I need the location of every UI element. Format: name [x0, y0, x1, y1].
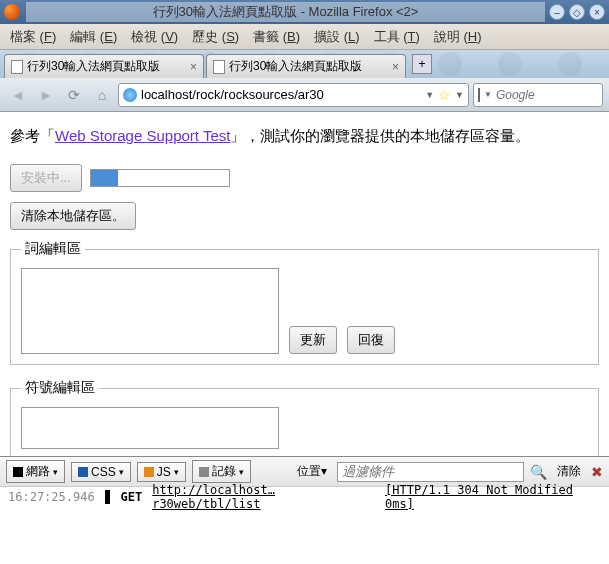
- minimize-button[interactable]: –: [549, 4, 565, 20]
- update-button[interactable]: 更新: [289, 326, 337, 354]
- dev-close-icon[interactable]: ✖: [591, 464, 603, 480]
- dev-filter-input[interactable]: [337, 462, 524, 482]
- menubar: 檔案 (F) 編輯 (E) 檢視 (V) 歷史 (S) 書籤 (B) 擴設 (L…: [0, 24, 609, 50]
- console-url[interactable]: http://localhost…r30web/tbl/list: [152, 483, 375, 511]
- bottom-padding: [0, 506, 609, 564]
- dev-clear-button[interactable]: 清除: [553, 463, 585, 480]
- symbol-editor-legend: 符號編輯區: [21, 379, 99, 397]
- tab-close-icon[interactable]: ×: [190, 60, 197, 74]
- console-line: 16:27:25.946 GET http://localhost…r30web…: [0, 486, 609, 506]
- tab-close-icon[interactable]: ×: [392, 60, 399, 74]
- tab-label: 行列30輸入法網頁點取版: [27, 58, 160, 75]
- navbar: ◄ ► ⟳ ⌂ ▼ ☆ ▼ ▼: [0, 78, 609, 112]
- menu-file[interactable]: 檔案 (F): [4, 26, 62, 48]
- console-status: [HTTP/1.1 304 Not Modified 0ms]: [385, 483, 601, 511]
- word-editor-section: 詞編輯區 更新 回復: [10, 240, 599, 365]
- dev-js-button[interactable]: JS▾: [137, 462, 186, 482]
- menu-view[interactable]: 檢視 (V): [125, 26, 184, 48]
- window-title: 行列30輸入法網頁點取版 - Mozilla Firefox <2>: [26, 2, 545, 22]
- menu-history[interactable]: 歷史 (S): [186, 26, 245, 48]
- chevron-down-icon: ▾: [53, 467, 58, 477]
- url-input[interactable]: [141, 87, 421, 102]
- symbol-editor-textarea[interactable]: [21, 407, 279, 449]
- search-icon[interactable]: 🔍: [530, 464, 547, 480]
- new-tab-button[interactable]: +: [412, 54, 432, 74]
- storage-test-link[interactable]: Web Storage Support Test: [55, 127, 230, 144]
- intro-text: 參考「Web Storage Support Test」，測試你的瀏覽器提供的本…: [10, 124, 599, 148]
- menu-bookmarks[interactable]: 書籤 (B): [247, 26, 306, 48]
- menu-edit[interactable]: 編輯 (E): [64, 26, 123, 48]
- google-icon: [478, 88, 480, 102]
- square-icon: [199, 467, 209, 477]
- menu-help[interactable]: 說明 (H): [428, 26, 488, 48]
- progress-bar: [91, 170, 119, 186]
- restore-button[interactable]: 回復: [347, 326, 395, 354]
- install-progress: [90, 169, 230, 187]
- dropdown-icon[interactable]: ▼: [455, 90, 464, 100]
- chevron-down-icon: ▾: [174, 467, 179, 477]
- square-icon: [78, 467, 88, 477]
- console-method: GET: [120, 490, 142, 504]
- chevron-down-icon: ▾: [119, 467, 124, 477]
- close-button[interactable]: ×: [589, 4, 605, 20]
- search-box[interactable]: ▼: [473, 83, 603, 107]
- menu-tools[interactable]: 工具 (T): [368, 26, 426, 48]
- dev-net-button[interactable]: 網路▾: [6, 460, 65, 483]
- install-button[interactable]: 安裝中...: [10, 164, 82, 192]
- devtools-toolbar: 網路▾ CSS▾ JS▾ 記錄▾ 位置▾ 🔍 清除 ✖: [0, 456, 609, 486]
- home-button[interactable]: ⌂: [90, 83, 114, 107]
- maximize-button[interactable]: ◇: [569, 4, 585, 20]
- firefox-icon: [4, 4, 20, 20]
- search-input[interactable]: [496, 88, 609, 102]
- document-icon: [213, 60, 225, 74]
- chevron-down-icon: ▾: [239, 467, 244, 477]
- page-content: 參考「Web Storage Support Test」，測試你的瀏覽器提供的本…: [0, 112, 609, 456]
- tab-label: 行列30輸入法網頁點取版: [229, 58, 362, 75]
- dev-position-button[interactable]: 位置▾: [293, 463, 331, 480]
- chevron-down-icon: ▾: [321, 464, 327, 478]
- globe-icon: [123, 88, 137, 102]
- tab-2[interactable]: 行列30輸入法網頁點取版 ×: [206, 54, 406, 78]
- tabbar: 行列30輸入法網頁點取版 × 行列30輸入法網頁點取版 × +: [0, 50, 609, 78]
- dropdown-icon[interactable]: ▼: [425, 90, 434, 100]
- menu-extensions[interactable]: 擴設 (L): [308, 26, 366, 48]
- dev-css-button[interactable]: CSS▾: [71, 462, 131, 482]
- word-editor-textarea[interactable]: [21, 268, 279, 354]
- reload-button[interactable]: ⟳: [62, 83, 86, 107]
- forward-button[interactable]: ►: [34, 83, 58, 107]
- console-timestamp: 16:27:25.946: [8, 490, 95, 504]
- word-editor-legend: 詞編輯區: [21, 240, 85, 258]
- url-bar[interactable]: ▼ ☆ ▼: [118, 83, 469, 107]
- cursor-icon: [105, 490, 111, 504]
- square-icon: [13, 467, 23, 477]
- window-titlebar: 行列30輸入法網頁點取版 - Mozilla Firefox <2> – ◇ ×: [0, 0, 609, 24]
- symbol-editor-section: 符號編輯區: [10, 379, 599, 456]
- dropdown-icon[interactable]: ▼: [484, 90, 492, 99]
- tab-1[interactable]: 行列30輸入法網頁點取版 ×: [4, 54, 204, 78]
- document-icon: [11, 60, 23, 74]
- back-button[interactable]: ◄: [6, 83, 30, 107]
- dev-log-button[interactable]: 記錄▾: [192, 460, 251, 483]
- square-icon: [144, 467, 154, 477]
- clear-storage-button[interactable]: 清除本地儲存區。: [10, 202, 136, 230]
- bookmark-star-icon[interactable]: ☆: [438, 87, 451, 103]
